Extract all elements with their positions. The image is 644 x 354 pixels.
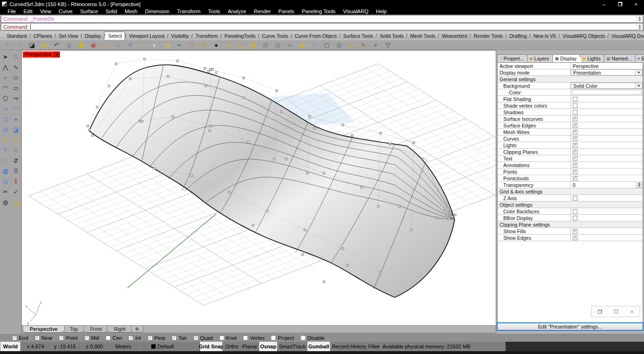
- checkbox-surface-isocurves[interactable]: [573, 117, 577, 121]
- control-point[interactable]: [436, 217, 438, 219]
- chevron-down-icon[interactable]: [635, 83, 642, 88]
- block-tool-icon[interactable]: ▦: [0, 166, 10, 176]
- menu-paneling-tools[interactable]: Paneling Tools: [298, 8, 339, 14]
- checkbox-lights[interactable]: [573, 143, 577, 148]
- coord-z[interactable]: z 0.000: [80, 342, 109, 351]
- menu-view[interactable]: View: [36, 8, 55, 14]
- menu-help[interactable]: Help: [372, 8, 390, 14]
- osnap-vertex[interactable]: Vertex: [243, 335, 264, 341]
- text-tool-icon[interactable]: T: [0, 145, 10, 155]
- select-diamond-icon[interactable]: ◆: [297, 40, 308, 50]
- panel-tab-layers[interactable]: ◈Layers: [527, 54, 555, 62]
- align-tool-icon[interactable]: ⇵: [11, 156, 21, 166]
- control-point[interactable]: [205, 85, 207, 87]
- select-ellipses-icon[interactable]: ○: [309, 40, 320, 50]
- panel-tab-propert[interactable]: ◔Propert...: [497, 54, 530, 62]
- osnap-point[interactable]: Point: [59, 335, 77, 341]
- zoom-selected-icon[interactable]: ⌕: [370, 40, 381, 50]
- control-point[interactable]: [210, 125, 212, 127]
- viewport-tab-perspective[interactable]: Perspective: [23, 326, 65, 333]
- menu-mesh[interactable]: Mesh: [121, 8, 141, 14]
- menu-panels[interactable]: Panels: [275, 8, 298, 14]
- checkbox-flat-shading[interactable]: [573, 97, 577, 101]
- select-polylines-icon[interactable]: ⌁: [174, 40, 185, 50]
- selection-filter-icon[interactable]: ▽: [382, 40, 394, 50]
- select-points-icon[interactable]: ∴: [112, 40, 124, 50]
- select-spirals-icon[interactable]: @: [260, 40, 271, 50]
- checkbox-bbox-display[interactable]: [573, 216, 577, 220]
- record-history-toggle[interactable]: Record History: [330, 342, 368, 351]
- units[interactable]: Meters: [109, 342, 137, 351]
- toolbar-tab-select[interactable]: Select: [104, 32, 125, 40]
- command-input[interactable]: Command:: [1, 23, 643, 30]
- toolbar-tab-solid-tools[interactable]: Solid Tools: [376, 32, 407, 40]
- polygon-tool-icon[interactable]: ⬠: [0, 93, 10, 103]
- toolbar-tab-mesh-tools[interactable]: Mesh Tools: [407, 32, 438, 40]
- gumball-toggle[interactable]: Gumball: [307, 342, 330, 351]
- osnap-checkbox-near[interactable]: [35, 336, 40, 340]
- control-point[interactable]: [209, 130, 211, 132]
- toolbar-tab-curve-tools[interactable]: Curve Tools: [258, 32, 291, 40]
- pipe-tool-icon[interactable]: ⫴: [11, 177, 21, 186]
- control-point[interactable]: [139, 120, 141, 122]
- pointer-tool-icon[interactable]: ➤: [0, 52, 10, 62]
- toolbar-tab-surface-tools[interactable]: Surface Tools: [339, 32, 376, 40]
- osnap-cen[interactable]: Cen: [106, 335, 122, 341]
- toolbar-tab-viewport-layout[interactable]: Viewport Layout: [125, 32, 167, 40]
- menu-tools[interactable]: Tools: [204, 8, 224, 14]
- control-point[interactable]: [306, 172, 308, 174]
- ortho-toggle[interactable]: Ortho: [223, 342, 241, 351]
- control-point[interactable]: [447, 214, 449, 216]
- checkbox-clipping-planes[interactable]: [573, 150, 577, 154]
- control-point[interactable]: [204, 67, 206, 69]
- toolbar-tab-new-in-v5[interactable]: New in V5: [530, 32, 559, 40]
- menu-file[interactable]: File: [4, 8, 20, 14]
- select-by-name-icon[interactable]: ▯: [63, 40, 75, 50]
- control-point[interactable]: [108, 85, 110, 87]
- select-spheres-icon[interactable]: ◍: [333, 40, 345, 50]
- control-point[interactable]: [443, 210, 445, 212]
- control-point[interactable]: [314, 127, 315, 129]
- viewport-title[interactable]: Perspective: [23, 51, 60, 58]
- select-pointclouds-icon[interactable]: ⁙: [125, 40, 136, 50]
- panel-tab-lights[interactable]: ◉Lights: [580, 54, 606, 62]
- perspective-viewport[interactable]: x z y Perspective PerspectiveTopFrontRig…: [21, 50, 496, 333]
- toolbar-tab-visualarq-objects[interactable]: VisualARQ Objects: [559, 32, 608, 40]
- control-point[interactable]: [92, 135, 93, 136]
- control-point[interactable]: [191, 175, 193, 177]
- sweep-tool-icon[interactable]: ◠: [11, 104, 21, 114]
- control-point[interactable]: [153, 168, 155, 169]
- select-surfaces-icon[interactable]: ◆: [39, 40, 50, 50]
- control-point[interactable]: [342, 124, 344, 126]
- dropdown-background[interactable]: Solid Color: [571, 83, 643, 89]
- control-point[interactable]: [380, 271, 381, 273]
- coord-y[interactable]: y -19.415: [50, 342, 80, 351]
- control-point[interactable]: [302, 253, 304, 255]
- toolbar-tab-cplanes[interactable]: CPlanes: [30, 32, 55, 40]
- osnap-end[interactable]: End: [12, 335, 28, 341]
- grid-snap-toggle[interactable]: Grid Snap: [200, 342, 223, 351]
- osnap-checkbox-disable[interactable]: [301, 336, 305, 340]
- control-point[interactable]: [87, 125, 89, 127]
- control-point[interactable]: [454, 214, 456, 216]
- osnap-int[interactable]: Int: [128, 335, 141, 341]
- osnap-checkbox-end[interactable]: [12, 336, 17, 340]
- command-history[interactable]: Command: _PointsOn: [1, 15, 643, 23]
- explode-tool-icon[interactable]: ✶: [0, 135, 10, 145]
- menu-visualarq[interactable]: VisualARQ: [339, 8, 373, 14]
- toolbar-tab-render-tools[interactable]: Render Tools: [470, 32, 506, 40]
- menu-transform[interactable]: Transform: [173, 8, 204, 14]
- checkbox-mesh-wires[interactable]: [573, 130, 577, 135]
- command-history-scroll[interactable]: [636, 16, 643, 22]
- osnap-knot[interactable]: Knot: [220, 335, 237, 341]
- control-point[interactable]: [449, 212, 451, 214]
- control-point[interactable]: [323, 172, 325, 174]
- checkbox-annotations[interactable]: [573, 163, 577, 168]
- filter-toggle[interactable]: Filter: [368, 342, 380, 351]
- checkbox-color-backfaces[interactable]: [573, 209, 577, 214]
- control-point[interactable]: [115, 63, 117, 65]
- control-point[interactable]: [266, 210, 268, 212]
- panel-maximize-icon[interactable]: [614, 310, 618, 313]
- control-point[interactable]: [208, 70, 210, 72]
- select-dots-icon[interactable]: ◎: [272, 40, 283, 50]
